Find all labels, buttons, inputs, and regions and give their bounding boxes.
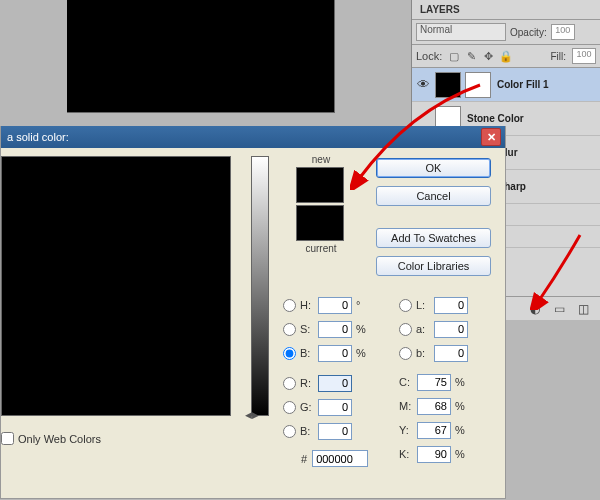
cancel-button[interactable]: Cancel [376, 186, 491, 206]
s-unit: % [356, 323, 368, 335]
hex-prefix: # [301, 453, 307, 465]
document-canvas [67, 0, 335, 113]
ok-button[interactable]: OK [376, 158, 491, 178]
dialog-body: ◀▶ new current OK Cancel Add To Swatches… [1, 148, 505, 498]
layer-mask-thumb[interactable] [465, 72, 491, 98]
l-row: L: [399, 293, 468, 317]
lab-b-input[interactable] [434, 345, 468, 362]
b-radio[interactable] [283, 347, 296, 360]
r-row: R: [283, 371, 368, 395]
color-slider[interactable] [251, 156, 269, 416]
l-radio[interactable] [399, 299, 412, 312]
y-unit: % [455, 424, 467, 436]
a-radio[interactable] [399, 323, 412, 336]
blend-mode-select[interactable]: Normal [416, 23, 506, 41]
h-input[interactable] [318, 297, 352, 314]
k-unit: % [455, 448, 467, 460]
r-radio[interactable] [283, 377, 296, 390]
slider-thumb-icon[interactable]: ◀▶ [245, 410, 259, 420]
s-input[interactable] [318, 321, 352, 338]
dialog-titlebar[interactable]: a solid color: ✕ [1, 126, 505, 148]
color-libraries-button[interactable]: Color Libraries [376, 256, 491, 276]
b-row: B: % [283, 341, 368, 365]
layer-name: Stone Color [467, 113, 524, 124]
lab-column: L: a: b: [399, 293, 468, 365]
opacity-label: Opacity: [510, 27, 547, 38]
y-input[interactable] [417, 422, 451, 439]
h-radio[interactable] [283, 299, 296, 312]
lock-label: Lock: [416, 50, 442, 62]
r-label: R: [300, 377, 314, 389]
s-radio[interactable] [283, 323, 296, 336]
g-label: G: [300, 401, 314, 413]
opacity-value[interactable]: 100 [551, 24, 575, 40]
m-row: M: % [399, 394, 467, 418]
lock-row: Lock: ▢ ✎ ✥ 🔒 Fill: 100 [412, 45, 600, 68]
c-input[interactable] [417, 374, 451, 391]
a-label: a: [416, 323, 430, 335]
l-input[interactable] [434, 297, 468, 314]
layer-row-color-fill-1[interactable]: 👁 Color Fill 1 [412, 68, 600, 102]
fill-value[interactable]: 100 [572, 48, 596, 64]
lock-position-icon[interactable]: ✥ [482, 50, 494, 62]
g-row: G: [283, 395, 368, 419]
close-icon: ✕ [487, 131, 496, 144]
rgb-b-radio[interactable] [283, 425, 296, 438]
cmyk-column: C: % M: % Y: % K: % [399, 370, 467, 466]
h-row: H: ° [283, 293, 368, 317]
lock-icons: ▢ ✎ ✥ 🔒 [448, 50, 511, 62]
b-input[interactable] [318, 345, 352, 362]
new-current-swatches: new current [296, 154, 346, 254]
m-unit: % [455, 400, 467, 412]
a-input[interactable] [434, 321, 468, 338]
hex-input[interactable] [312, 450, 368, 467]
new-folder-icon[interactable]: ▭ [552, 302, 566, 316]
k-label: K: [399, 448, 413, 460]
k-row: K: % [399, 442, 467, 466]
rgb-b-input[interactable] [318, 423, 352, 440]
s-label: S: [300, 323, 314, 335]
c-label: C: [399, 376, 413, 388]
close-button[interactable]: ✕ [481, 128, 501, 146]
hex-row: # [301, 450, 368, 467]
new-color-swatch [296, 167, 344, 203]
color-field[interactable] [1, 156, 231, 416]
hsb-rgb-column: H: ° S: % B: % R: [283, 293, 368, 443]
current-color-swatch[interactable] [296, 205, 344, 241]
lock-paint-icon[interactable]: ✎ [465, 50, 477, 62]
m-input[interactable] [417, 398, 451, 415]
eye-icon[interactable]: 👁 [417, 77, 430, 92]
k-input[interactable] [417, 446, 451, 463]
new-label: new [296, 154, 346, 165]
lab-b-row: b: [399, 341, 468, 365]
only-web-colors-row: Only Web Colors [1, 432, 101, 445]
h-label: H: [300, 299, 314, 311]
fill-label: Fill: [550, 51, 566, 62]
rgb-b-label: B: [300, 425, 314, 437]
adjustment-layer-icon[interactable]: ◐ [528, 302, 542, 316]
add-to-swatches-button[interactable]: Add To Swatches [376, 228, 491, 248]
rgb-b-row: B: [283, 419, 368, 443]
g-input[interactable] [318, 399, 352, 416]
layer-name: Color Fill 1 [497, 79, 549, 90]
y-label: Y: [399, 424, 413, 436]
r-input[interactable] [318, 375, 352, 392]
lab-b-radio[interactable] [399, 347, 412, 360]
color-picker-dialog: a solid color: ✕ ◀▶ new current OK Cance… [0, 126, 506, 499]
l-label: L: [416, 299, 430, 311]
b-unit: % [356, 347, 368, 359]
layers-blend-row: Normal Opacity: 100 [412, 20, 600, 45]
b-label: B: [300, 347, 314, 359]
s-row: S: % [283, 317, 368, 341]
layers-tab[interactable]: LAYERS [412, 0, 600, 20]
lock-transparency-icon[interactable]: ▢ [448, 50, 460, 62]
only-web-checkbox[interactable] [1, 432, 14, 445]
h-unit: ° [356, 299, 368, 311]
layer-thumb[interactable] [435, 72, 461, 98]
a-row: a: [399, 317, 468, 341]
current-label: current [296, 243, 346, 254]
only-web-label: Only Web Colors [18, 433, 101, 445]
g-radio[interactable] [283, 401, 296, 414]
new-layer-icon[interactable]: ◫ [576, 302, 590, 316]
lock-all-icon[interactable]: 🔒 [499, 50, 511, 62]
